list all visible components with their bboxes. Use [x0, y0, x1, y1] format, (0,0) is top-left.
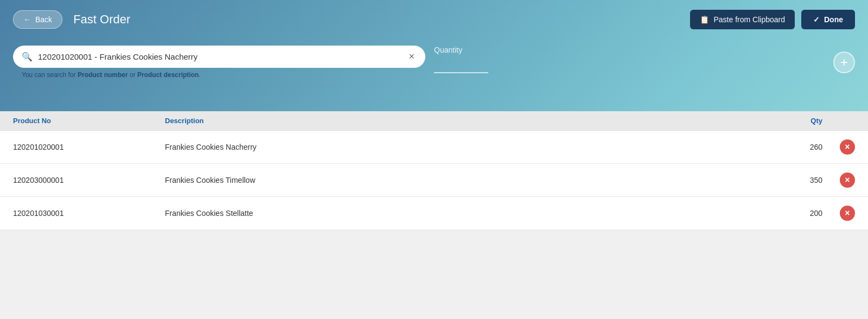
cell-action: × [822, 206, 855, 221]
table-section: Product No Description Qty 120201020001 … [0, 111, 868, 230]
cell-description: Frankies Cookies Nacherry [165, 143, 736, 151]
remove-row-2-button[interactable]: × [840, 173, 855, 188]
search-hint: You can search for Product number or Pro… [13, 71, 425, 79]
cell-description: Frankies Cookies Timellow [165, 176, 736, 184]
cell-qty: 260 [736, 143, 822, 151]
col-header-description: Description [165, 117, 736, 125]
quantity-label: Quantity [434, 46, 488, 54]
cell-qty: 200 [736, 209, 822, 218]
header-right: 📋 Paste from Clipboard ✓ Done [690, 10, 855, 29]
hint-bold2: Product description [137, 71, 199, 79]
hint-suffix: . [199, 71, 200, 79]
cell-action: × [822, 173, 855, 188]
cell-description: Frankies Cookies Stellatte [165, 209, 736, 218]
done-button[interactable]: ✓ Done [801, 10, 855, 29]
cell-product-no: 120201030001 [13, 209, 165, 218]
hint-bold1: Product number [78, 71, 128, 79]
col-header-qty: Qty [736, 117, 822, 125]
cell-action: × [822, 139, 855, 155]
search-icon: 🔍 [22, 52, 33, 62]
add-item-button[interactable]: + [833, 52, 855, 73]
plus-icon: + [840, 55, 848, 70]
col-header-action [822, 117, 855, 125]
cell-product-no: 120201020001 [13, 143, 165, 151]
clear-search-button[interactable]: × [406, 51, 417, 62]
header-left: ← Back Fast Order [13, 10, 130, 29]
done-label: Done [824, 15, 843, 24]
hint-mid: or [128, 71, 137, 79]
page-title: Fast Order [73, 12, 130, 27]
col-header-product-no: Product No [13, 117, 165, 125]
quantity-input[interactable] [434, 56, 488, 73]
cell-product-no: 120203000001 [13, 176, 165, 184]
table-row: 120203000001 Frankies Cookies Timellow 3… [0, 164, 868, 197]
table-header: Product No Description Qty [0, 111, 868, 131]
search-input-wrapper: 🔍 × [13, 46, 425, 68]
header-section: ← Back Fast Order 📋 Paste from Clipboard… [0, 0, 868, 111]
remove-row-3-button[interactable]: × [840, 206, 855, 221]
paste-from-clipboard-button[interactable]: 📋 Paste from Clipboard [690, 10, 795, 29]
checkmark-icon: ✓ [813, 15, 820, 24]
hint-prefix: You can search for [22, 71, 78, 79]
search-input[interactable] [38, 52, 401, 61]
table-row: 120201030001 Frankies Cookies Stellatte … [0, 197, 868, 230]
back-arrow-icon: ← [23, 15, 31, 24]
quantity-field-wrap: Quantity [434, 46, 488, 73]
back-button[interactable]: ← Back [13, 10, 62, 29]
cell-qty: 350 [736, 176, 822, 184]
paste-label: Paste from Clipboard [713, 15, 785, 24]
search-row: 🔍 × You can search for Product number or… [13, 46, 855, 79]
clipboard-icon: 📋 [700, 15, 709, 24]
remove-row-1-button[interactable]: × [840, 139, 855, 155]
table-row: 120201020001 Frankies Cookies Nacherry 2… [0, 131, 868, 164]
header-top: ← Back Fast Order 📋 Paste from Clipboard… [13, 10, 855, 29]
search-container: 🔍 × You can search for Product number or… [13, 46, 425, 79]
back-label: Back [35, 15, 52, 24]
